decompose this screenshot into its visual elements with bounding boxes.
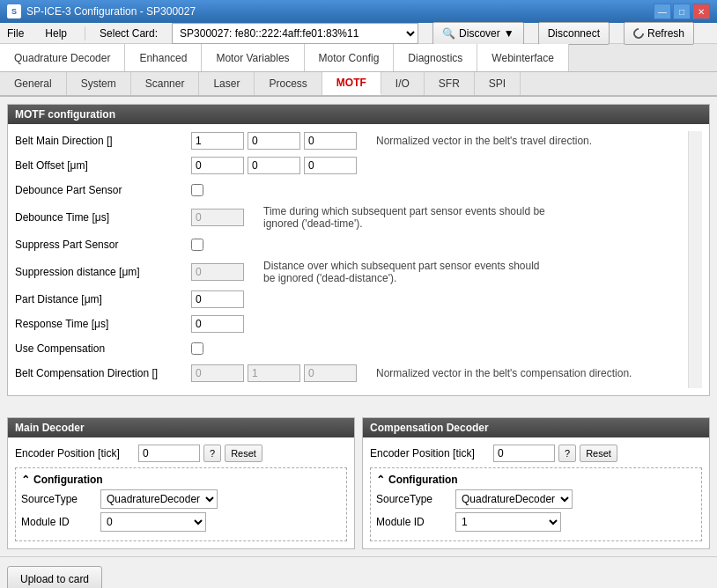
response-time-input[interactable] [191,315,244,333]
tab-diagnostics[interactable]: Diagnostics [394,44,477,71]
form-row-response-time: Response Time [μs] [15,314,688,334]
belt-main-direction-y[interactable] [248,132,300,150]
main-decoder-panel: Main Decoder Encoder Position [tick] ? R… [7,417,355,549]
comp-encoder-position-input[interactable] [493,445,555,462]
tab-process[interactable]: Process [255,72,322,95]
refresh-icon [632,26,647,40]
card-select[interactable]: SP300027: fe80::222:4aff:fe01:83%11 [172,23,418,44]
main-module-id-select[interactable]: 0 1 2 [100,512,206,532]
main-decoder-body: Encoder Position [tick] ? Reset ⌃ Config… [8,437,354,548]
comp-module-id-select[interactable]: 0 1 2 [455,512,561,532]
menu-bar: File Help Select Card: SP300027: fe80::2… [0,23,717,44]
belt-main-direction-z[interactable] [304,132,357,150]
maximize-button[interactable]: □ [673,4,691,19]
suppression-distance-label: Suppression distance [μm] [15,266,191,278]
main-source-type-row: SourceType QuadratureDecoder EncoderFeed… [21,489,341,509]
tab-enhanced[interactable]: Enhanced [125,44,202,71]
belt-offset-z[interactable] [304,157,357,174]
form-row-belt-compensation-direction: Belt Compensation Direction [] Normalize… [15,364,688,383]
comp-question-button[interactable]: ? [558,445,576,462]
main-module-id-row: Module ID 0 1 2 [21,512,341,532]
belt-offset-y[interactable] [248,157,300,174]
part-distance-input[interactable] [191,290,244,308]
tab-motor-variables[interactable]: Motor Variables [202,44,304,71]
belt-offset-label: Belt Offset [μm] [15,159,191,172]
form-row-part-distance: Part Distance [μm] [15,290,688,309]
tabs-row2: General System Scanner Laser Process MOT… [0,72,717,97]
tab-laser[interactable]: Laser [199,72,255,95]
tab-motf[interactable]: MOTF [322,72,381,95]
main-encoder-position-label: Encoder Position [tick] [15,447,138,459]
form-row-belt-main-direction: Belt Main Direction [] Normalized vector… [15,131,688,151]
use-compensation-label: Use Compensation [15,342,191,355]
debounce-time-desc: Time during which subsequent part sensor… [263,205,545,230]
compensation-decoder-header: Compensation Decoder [363,418,709,437]
close-button[interactable]: ✕ [692,4,710,19]
comp-config-section: ⌃ Configuration SourceType QuadratureDec… [370,467,702,541]
tab-spi[interactable]: SPI [475,72,521,95]
belt-offset-x[interactable] [191,157,244,174]
menu-file[interactable]: File [4,26,27,41]
motf-scrollbar[interactable] [688,131,702,388]
main-reset-button[interactable]: Reset [225,445,262,462]
select-card-label: Select Card: [100,27,158,40]
tab-webinterface[interactable]: Webinterface [477,44,568,71]
belt-main-direction-x[interactable] [191,132,244,150]
debounce-time-label: Debounce Time [μs] [15,211,191,224]
tab-motor-config[interactable]: Motor Config [305,44,395,71]
upload-to-card-button[interactable]: Upload to card [7,566,102,589]
discover-button[interactable]: 🔍 Discover ▼ [432,22,524,45]
search-icon: 🔍 [442,27,455,40]
tab-system[interactable]: System [67,72,131,95]
belt-main-direction-desc: Normalized vector in the belt's travel d… [376,135,658,147]
comp-source-type-label: SourceType [376,493,455,505]
comp-encoder-position-row: Encoder Position [tick] ? Reset [370,445,702,462]
main-decoder-header: Main Decoder [8,418,354,437]
form-row-use-compensation: Use Compensation [15,339,688,358]
comp-reset-button[interactable]: Reset [580,445,617,462]
response-time-label: Response Time [μs] [15,318,191,330]
main-module-id-label: Module ID [21,516,100,528]
form-row-debounce-time: Debounce Time [μs] Time during which sub… [15,205,688,230]
belt-compensation-direction-desc: Normalized vector in the belt's compensa… [376,367,658,379]
tab-general[interactable]: General [0,72,67,95]
form-row-suppression-distance: Suppression distance [μm] Distance over … [15,260,688,284]
motf-panel: MOTF configuration Belt Main Direction [… [7,104,710,396]
suppress-part-sensor-label: Suppress Part Sensor [15,239,191,251]
comp-module-id-label: Module ID [376,516,455,528]
use-compensation-checkbox[interactable] [191,342,203,355]
belt-comp-dir-y[interactable] [248,364,300,382]
disconnect-button[interactable]: Disconnect [538,22,610,45]
compensation-decoder-panel: Compensation Decoder Encoder Position [t… [362,417,710,549]
comp-config-header[interactable]: ⌃ Configuration [376,474,696,486]
suppression-distance-desc: Distance over which subsequent part sens… [263,260,545,284]
tab-scanner[interactable]: Scanner [131,72,200,95]
comp-source-type-row: SourceType QuadratureDecoder EncoderFeed… [376,489,696,509]
debounce-time-input[interactable] [191,209,244,226]
minimize-button[interactable]: — [654,4,671,19]
main-config-header[interactable]: ⌃ Configuration [21,474,341,486]
main-question-button[interactable]: ? [203,445,221,462]
refresh-button[interactable]: Refresh [624,22,694,45]
belt-compensation-direction-label: Belt Compensation Direction [] [15,367,191,379]
belt-comp-dir-z[interactable] [304,364,357,382]
suppression-distance-input[interactable] [191,263,244,281]
comp-encoder-position-label: Encoder Position [tick] [370,447,493,459]
title-bar: S SP-ICE-3 Configuration - SP300027 — □ … [0,0,717,23]
tab-quadrature-decoder[interactable]: Quadrature Decoder [0,44,125,71]
belt-compensation-direction-inputs [191,364,358,382]
compensation-decoder-body: Encoder Position [tick] ? Reset ⌃ Config… [363,437,709,548]
main-encoder-position-input[interactable] [138,445,200,462]
footer: Upload to card [0,556,717,588]
menu-help[interactable]: Help [41,26,70,41]
form-row-belt-offset: Belt Offset [μm] [15,156,688,175]
belt-comp-dir-x[interactable] [191,364,244,382]
suppress-part-sensor-checkbox[interactable] [191,239,203,251]
debounce-part-sensor-checkbox[interactable] [191,184,203,196]
tab-sfr[interactable]: SFR [425,72,475,95]
main-source-type-select[interactable]: QuadratureDecoder EncoderFeedback Extern… [100,489,218,509]
tab-io[interactable]: I/O [381,72,425,95]
main-content: MOTF configuration Belt Main Direction [… [0,97,717,410]
comp-source-type-select[interactable]: QuadratureDecoder EncoderFeedback Extern… [455,489,573,509]
form-row-debounce-part-sensor: Debounce Part Sensor [15,180,688,200]
